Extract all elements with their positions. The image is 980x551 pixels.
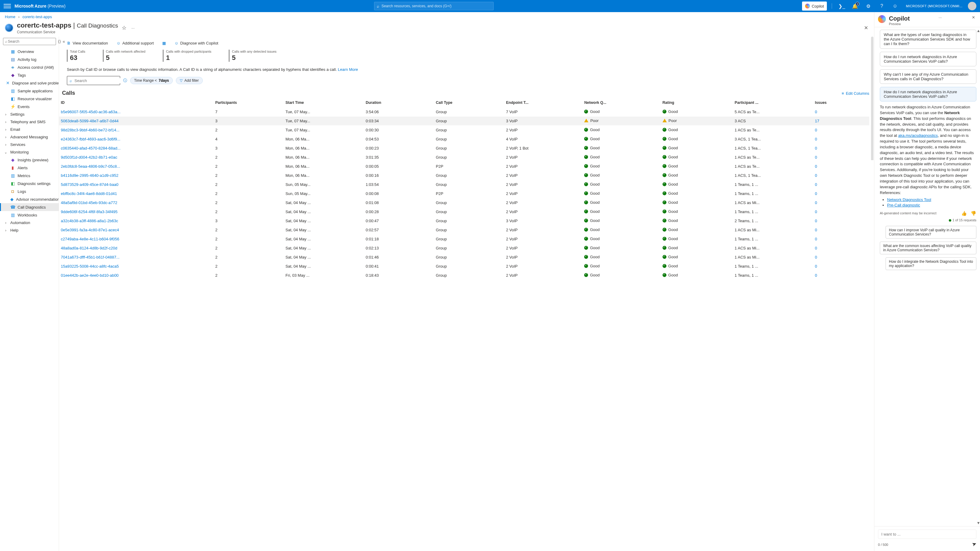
issues-link[interactable]: 0 xyxy=(815,218,817,223)
diagnose-copilot-cmd[interactable]: ☺Diagnose with Copilot xyxy=(174,41,218,45)
table-row[interactable]: 7041a673-dfff-45b1-b61f-04887... 2 Sat, … xyxy=(59,253,869,261)
call-id-link[interactable]: 98d28bc3-9bbf-4b60-be72-bf14... xyxy=(61,128,119,132)
table-row[interactable]: c0635440-afad-4570-8284-68ad... 3 Mon, 0… xyxy=(59,143,869,153)
table-row[interactable]: 48a8ad0a-8124-4d8b-9d2f-c20d 2 Sat, 04 M… xyxy=(59,244,869,253)
table-row[interactable]: 48a5af9d-01bd-45eb-93dc-a772 2 Sat, 04 M… xyxy=(59,198,869,207)
sidebar-item[interactable]: ▮Alerts xyxy=(0,164,59,172)
view-documentation-cmd[interactable]: 🗎View documentation xyxy=(67,41,108,45)
issues-link[interactable]: 0 xyxy=(815,155,817,159)
table-row[interactable]: a32c4b38-a3ff-4886-a8a1-2b63c 3 Sat, 04 … xyxy=(59,216,869,225)
sidebar-item[interactable]: ◆Tags xyxy=(0,71,59,79)
send-icon[interactable]: ➤ xyxy=(971,540,978,548)
close-blade-icon[interactable]: × xyxy=(863,23,869,33)
column-header[interactable]: Participant ... xyxy=(733,98,813,107)
column-header[interactable]: Duration xyxy=(364,98,434,107)
add-filter[interactable]: ▽ Add filter xyxy=(176,77,202,84)
sidebar-item[interactable]: ▦Overview xyxy=(0,48,59,56)
table-row[interactable]: e24363c7-fbbf-4693-aac6-3d6f9... 4 Mon, … xyxy=(59,134,869,143)
table-row[interactable]: 0e5e3991-fa3a-4c80-87e1-acec4 2 Sat, 04 … xyxy=(59,225,869,234)
more-dots-icon[interactable]: ··· xyxy=(130,26,136,30)
sidebar-group[interactable]: ›Automation xyxy=(0,219,59,226)
table-row[interactable]: 01ee442b-ae2e-4ee0-bd10-ab00 2 Fri, 03 M… xyxy=(59,271,869,280)
sidebar-item[interactable]: ▥Workbooks xyxy=(0,211,59,219)
column-header[interactable]: Rating xyxy=(661,98,733,107)
column-header[interactable]: Start Time xyxy=(283,98,364,107)
additional-support-cmd[interactable]: ☺Additional support xyxy=(116,41,154,45)
diagnostics-link[interactable]: aka.ms/acsdiagnostics xyxy=(898,133,938,138)
reference-link[interactable]: Pre-Call diagnostic xyxy=(887,203,920,207)
call-search[interactable]: ⌕ xyxy=(67,76,120,85)
breadcrumb-home[interactable]: Home xyxy=(5,14,16,19)
sidebar-item[interactable]: ▥Metrics xyxy=(0,172,59,180)
copilot-close-icon[interactable]: ✕ xyxy=(970,15,976,20)
sidebar-group-monitoring[interactable]: ⌄Monitoring xyxy=(0,148,59,156)
sidebar-item[interactable]: ▤Activity log xyxy=(0,56,59,63)
call-id-link[interactable]: 0e5e3991-fa3a-4c80-87e1-acec4 xyxy=(61,228,119,232)
call-id-link[interactable]: c0635440-afad-4570-8284-68ad... xyxy=(61,146,121,150)
sidebar-item[interactable]: ✕Diagnose and solve problems xyxy=(0,79,59,87)
account-label[interactable]: MICROSOFT (MICROSOFT.ONMI... xyxy=(906,4,963,8)
table-row[interactable]: b4116d9e-2995-4640-a1d9-c952 2 Mon, 06 M… xyxy=(59,171,869,180)
copilot-input[interactable] xyxy=(881,532,974,537)
call-id-link[interactable]: 9dde606f-6254-4f6f-8fa3-34f495 xyxy=(61,210,118,214)
copilot-button[interactable]: Copilot xyxy=(802,2,827,11)
issues-link[interactable]: 0 xyxy=(815,228,817,232)
service-menu-search[interactable]: ⌕ xyxy=(3,38,56,45)
call-id-link[interactable]: 48a5af9d-01bd-45eb-93dc-a772 xyxy=(61,201,118,205)
sidebar-item[interactable]: ⚡Events xyxy=(0,103,59,110)
call-id-link[interactable]: e24363c7-fbbf-4693-aac6-3d6f9... xyxy=(61,137,121,142)
column-header[interactable]: Endpoint T... xyxy=(504,98,582,107)
cloud-shell-icon[interactable]: ❯_ xyxy=(837,0,846,12)
global-search-input[interactable] xyxy=(381,4,491,8)
call-id-link[interactable]: 15a93225-5008-44cc-a8fc-4aca5 xyxy=(61,264,119,269)
table-row[interactable]: ebffbc8c-34f4-4ae8-8dd8-01d41 2 Sun, 05 … xyxy=(59,189,869,198)
issues-link[interactable]: 0 xyxy=(815,264,817,269)
issues-link[interactable]: 0 xyxy=(815,255,817,260)
avatar[interactable] xyxy=(968,2,976,10)
thumbs-down-icon[interactable]: 👎 xyxy=(970,210,976,217)
call-id-link[interactable]: 01ee442b-ae2e-4ee0-bd10-ab00 xyxy=(61,273,119,278)
call-id-link[interactable]: 48a8ad0a-8124-4d8b-9d2f-c20d xyxy=(61,246,118,250)
table-row[interactable]: 9d503f1d-d004-42b2-8b71-e0ac 2 Mon, 06 M… xyxy=(59,153,869,162)
table-row[interactable]: 98d28bc3-9bbf-4b60-be72-bf14... 2 Tue, 0… xyxy=(59,125,869,134)
issues-link[interactable]: 17 xyxy=(815,119,819,123)
call-id-link[interactable]: a32c4b38-a3ff-4886-a8a1-2b63c xyxy=(61,218,118,223)
sidebar-item[interactable]: ◘Logs xyxy=(0,187,59,195)
sidebar-item[interactable]: ▥Sample applications xyxy=(0,87,59,95)
issues-link[interactable]: 0 xyxy=(815,210,817,214)
sidebar-group[interactable]: ›Telephony and SMS xyxy=(0,118,59,126)
issues-link[interactable]: 0 xyxy=(815,191,817,196)
column-header[interactable]: Call Type xyxy=(434,98,504,107)
scroll-down-icon[interactable]: ▾ xyxy=(977,520,980,526)
issues-link[interactable]: 0 xyxy=(815,110,817,114)
issues-link[interactable]: 0 xyxy=(815,164,817,169)
global-search[interactable]: ⌕ xyxy=(374,2,494,10)
notifications-icon[interactable]: 🔔2 xyxy=(850,0,860,12)
table-row[interactable]: 15a93225-5008-44cc-a8fc-4aca5 2 Sat, 04 … xyxy=(59,261,869,271)
sidebar-item[interactable]: ☎Call Diagnostics xyxy=(0,203,59,211)
sidebar-group[interactable]: ›Email xyxy=(0,126,59,133)
followup-suggestion[interactable]: How do I integrate the Network Diagnosti… xyxy=(886,257,976,270)
suggestion-bubble[interactable]: How do I run network diagnostics in Azur… xyxy=(880,52,976,66)
call-id-link[interactable]: 7041a673-dfff-45b1-b61f-04887... xyxy=(61,255,119,260)
call-id-link[interactable]: 2eb3fdc8-5eaa-4806-b9c7-05c8... xyxy=(61,164,120,169)
sidebar-group[interactable]: ›Help xyxy=(0,226,59,234)
call-id-link[interactable]: ebffbc8c-34f4-4ae8-8dd8-01d41 xyxy=(61,191,117,196)
suggestion-bubble[interactable]: Why can't I see any of my Azure Communic… xyxy=(880,69,976,84)
sidebar-item[interactable]: ◧Diagnostic settings xyxy=(0,180,59,187)
suggestion-bubble[interactable]: What are the types of user facing diagno… xyxy=(880,30,976,49)
call-id-link[interactable]: 9d503f1d-d004-42b2-8b71-e0ac xyxy=(61,155,118,159)
table-row[interactable]: 9dde606f-6254-4f6f-8fa3-34f495 2 Sat, 04… xyxy=(59,207,869,216)
service-menu-search-input[interactable] xyxy=(7,39,54,44)
sidebar-group[interactable]: ›Advanced Messaging xyxy=(0,133,59,141)
issues-link[interactable]: 0 xyxy=(815,128,817,132)
dashboard-icon-cmd[interactable]: ▦ xyxy=(162,41,166,45)
feedback-icon[interactable]: ☺ xyxy=(890,0,900,12)
help-icon[interactable]: ? xyxy=(877,0,886,12)
hamburger-menu[interactable] xyxy=(4,4,11,8)
thumbs-up-icon[interactable]: 👍 xyxy=(961,210,967,217)
copilot-more-icon[interactable]: ··· xyxy=(937,15,943,20)
issues-link[interactable]: 0 xyxy=(815,137,817,142)
issues-link[interactable]: 0 xyxy=(815,173,817,178)
column-header[interactable]: Network Q... xyxy=(582,98,660,107)
